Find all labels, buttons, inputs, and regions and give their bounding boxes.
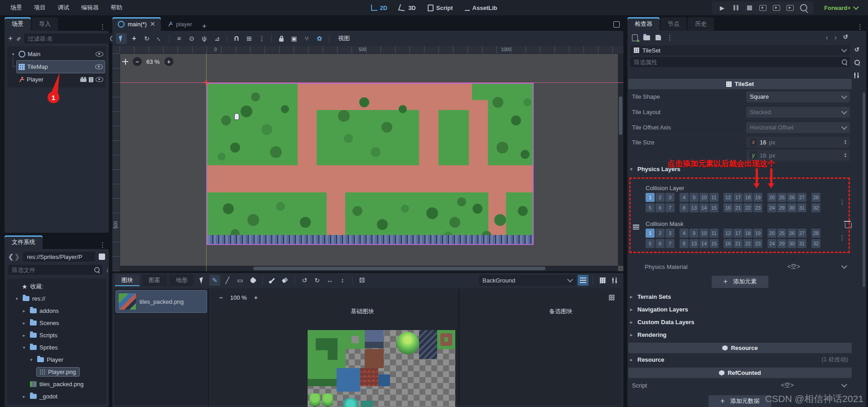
- collision-mask-bit[interactable]: 2: [656, 229, 665, 238]
- sort-icon[interactable]: ↕: [106, 267, 109, 273]
- tab-terrains[interactable]: 地形: [169, 274, 194, 286]
- collision-layer-bit[interactable]: 1: [646, 193, 655, 202]
- history-forward-icon[interactable]: ❯: [14, 253, 20, 260]
- group-icon[interactable]: ▣: [289, 33, 299, 44]
- tile-atlas-image[interactable]: [308, 330, 455, 407]
- resource-menu-icon[interactable]: ⋮: [666, 34, 673, 42]
- collision-layer-bit[interactable]: 9: [690, 193, 699, 202]
- context-switcher-item[interactable]: 3D: [399, 5, 416, 11]
- selected-file[interactable]: Player.png: [36, 367, 80, 377]
- collision-layer-bit[interactable]: 29: [777, 203, 786, 212]
- layer-dropdown[interactable]: BackGround: [479, 275, 576, 286]
- atlas-view[interactable]: − 100 % + 基础图块 备选图块: [210, 288, 622, 405]
- smart-snap-icon[interactable]: U: [231, 33, 242, 44]
- canvas-horizontal-scrollbar[interactable]: [120, 266, 618, 271]
- tab-scene[interactable]: 场景: [5, 17, 31, 31]
- section-rendering[interactable]: ▸ Rendering: [628, 328, 852, 341]
- tile-size-x-spinner[interactable]: x 16 px ▴▾: [746, 137, 850, 148]
- collision-layer-bit[interactable]: 17: [733, 193, 743, 202]
- collision-mask-bit[interactable]: 17: [733, 229, 743, 238]
- collision-layer-bit[interactable]: 8: [680, 203, 689, 212]
- collision-mask-bit[interactable]: 9: [690, 229, 699, 238]
- highlight-layer-toggle[interactable]: [578, 275, 588, 286]
- tile-offset-axis-dropdown[interactable]: Horizontal Offset: [746, 122, 850, 133]
- tab-history[interactable]: 历史: [688, 17, 714, 31]
- collision-mask-bit[interactable]: 18: [743, 229, 752, 238]
- add-metadata-button[interactable]: + 添加元数据: [709, 395, 771, 407]
- collision-mask-bit[interactable]: 12: [723, 229, 733, 238]
- flip-vertical-icon[interactable]: ↕: [337, 275, 348, 286]
- lock-icon[interactable]: [276, 33, 287, 44]
- spinner-arrows-icon[interactable]: ▴▾: [844, 139, 846, 145]
- collision-layer-bit[interactable]: 14: [699, 203, 709, 212]
- new-resource-icon[interactable]: [632, 34, 638, 41]
- rotate-left-icon[interactable]: ↺: [299, 275, 310, 286]
- remote-debug-icon[interactable]: [759, 4, 767, 11]
- collision-mask-bit[interactable]: 27: [797, 229, 806, 238]
- tab-inspector[interactable]: 检查器: [627, 17, 660, 31]
- tab-filesystem[interactable]: 文件系统: [5, 235, 43, 249]
- doc-search-icon[interactable]: [854, 60, 860, 65]
- paint-tool[interactable]: ✎: [209, 275, 220, 286]
- dock-menu-icon[interactable]: ⋮: [857, 23, 866, 31]
- collision-layer-bit[interactable]: 26: [787, 193, 796, 202]
- bucket-fill-tool[interactable]: [247, 275, 258, 286]
- picker-tool[interactable]: [267, 275, 278, 286]
- rotate-right-icon[interactable]: ↻: [312, 275, 323, 286]
- scene-tab-main[interactable]: main(*) ✕: [112, 17, 161, 31]
- save-resource-icon[interactable]: [656, 35, 661, 40]
- grid-toggle-icon[interactable]: [597, 275, 608, 286]
- collision-mask-bit[interactable]: 29: [777, 239, 786, 248]
- collision-layer-bit[interactable]: 4: [680, 193, 689, 202]
- fs-item-scripts[interactable]: ▸ Scripts: [8, 329, 105, 341]
- history-back-icon[interactable]: ‹: [825, 34, 828, 42]
- inspector-scrollbar[interactable]: [863, 92, 865, 287]
- collision-layer-bit[interactable]: 27: [797, 193, 806, 202]
- pivot-tool[interactable]: ⊙: [186, 33, 197, 44]
- fs-item-tiles-png[interactable]: tiles_packed.png: [8, 378, 105, 390]
- tile-shape-dropdown[interactable]: Square: [746, 91, 850, 102]
- collision-layer-bit[interactable]: 25: [777, 193, 786, 202]
- current-path-field[interactable]: [23, 252, 95, 262]
- collision-layer-bit[interactable]: 3: [665, 193, 675, 202]
- movie-clapper-icon[interactable]: [80, 77, 87, 82]
- collision-layer-bit[interactable]: 30: [787, 203, 796, 212]
- collapse-arrow-icon[interactable]: ▸: [21, 321, 27, 326]
- collision-layer-bit[interactable]: 23: [753, 203, 762, 212]
- scene-filter[interactable]: [24, 34, 118, 43]
- collision-layer-bit[interactable]: 24: [767, 203, 776, 212]
- collapse-arrow-icon[interactable]: ▸: [21, 308, 27, 313]
- play-scene-button[interactable]: [773, 4, 780, 11]
- movie-maker-icon[interactable]: [800, 4, 807, 11]
- context-switcher-item[interactable]: AssetLib: [465, 5, 497, 11]
- collision-mask-bit[interactable]: 4: [680, 229, 689, 238]
- collision-layer-bit[interactable]: 20: [767, 193, 776, 202]
- eraser-tool[interactable]: [280, 275, 290, 286]
- collision-mask-bit[interactable]: 14: [699, 239, 709, 248]
- collision-mask-bit[interactable]: 5: [646, 239, 655, 248]
- move-tool[interactable]: +: [129, 33, 140, 44]
- collapse-arrow-icon[interactable]: ▸: [21, 333, 27, 338]
- grid-snap-icon[interactable]: ⊞: [244, 33, 255, 44]
- toggle-split-icon[interactable]: [99, 254, 105, 260]
- close-icon[interactable]: ✕: [150, 20, 155, 28]
- section-terrain-sets[interactable]: ▸ Terrain Sets: [628, 290, 852, 303]
- tab-import[interactable]: 导入: [32, 17, 58, 31]
- rotate-tool[interactable]: ↻: [141, 33, 152, 44]
- property-filter[interactable]: [630, 57, 850, 67]
- collapse-arrow-icon[interactable]: ▾: [14, 296, 20, 301]
- scene-node-main[interactable]: ▾ Main: [8, 48, 105, 60]
- collision-layer-bit[interactable]: 5: [646, 203, 655, 212]
- rect-tool[interactable]: ▭: [235, 275, 246, 286]
- fs-item-sprites[interactable]: ▾ Sprites: [8, 341, 105, 354]
- fs-item-player-png[interactable]: Player.png: [8, 366, 105, 378]
- collision-layer-bit[interactable]: 32: [811, 203, 820, 212]
- collision-mask-bit[interactable]: 30: [787, 239, 796, 248]
- collision-mask-bit[interactable]: 24: [767, 239, 776, 248]
- history-icon[interactable]: ↺: [854, 46, 859, 53]
- scale-tool[interactable]: ↔: [152, 31, 167, 46]
- collision-mask-bit[interactable]: 21: [733, 239, 743, 248]
- visibility-eye-icon[interactable]: [96, 77, 103, 82]
- collision-mask-bit[interactable]: 31: [797, 239, 806, 248]
- tile-sources-list[interactable]: tiles_packed.png: [114, 288, 208, 405]
